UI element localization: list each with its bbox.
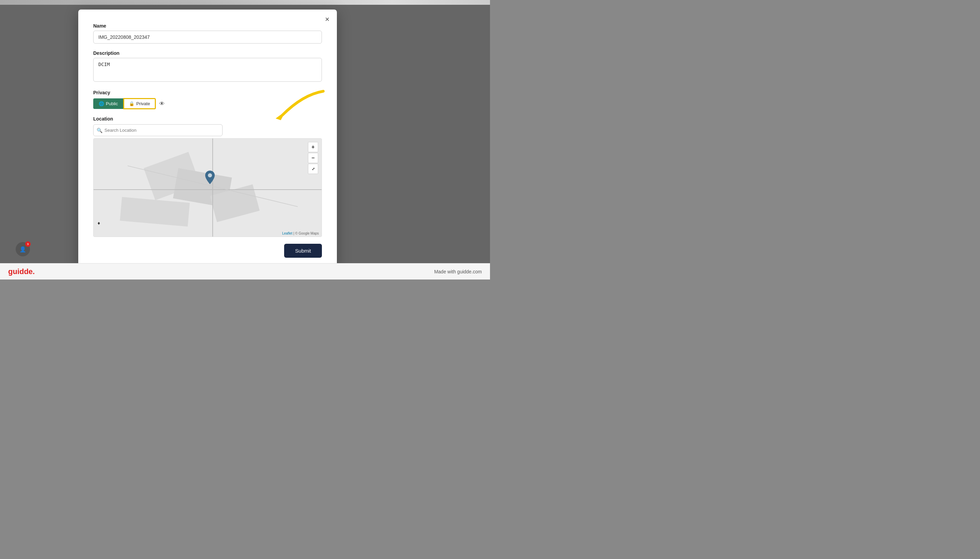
leaflet-link[interactable]: Leaflet (282, 232, 292, 235)
description-label: Description (93, 50, 322, 56)
google-maps-attribution: © Google Maps (295, 232, 319, 235)
map-background (94, 139, 322, 237)
map-attribution: Leaflet | © Google Maps (282, 232, 319, 235)
privacy-field-group: Privacy 🌐 Public 🔒 Private 👁 (93, 90, 322, 109)
made-with-text: Made with guidde.com (434, 269, 482, 275)
notification-count: 9 (25, 241, 31, 247)
private-button[interactable]: 🔒 Private (123, 98, 155, 109)
name-field-group: Name (93, 23, 322, 44)
public-button[interactable]: 🌐 Public (93, 98, 123, 109)
location-label: Location (93, 116, 322, 122)
description-field-group: Description DCIM (93, 50, 322, 83)
user-icon: 👤 (20, 246, 26, 253)
close-button[interactable]: × (325, 16, 329, 23)
location-search-input[interactable] (93, 124, 223, 136)
guidde-logo: guidde. (8, 267, 35, 276)
public-label: Public (106, 101, 118, 106)
background-strip (0, 0, 490, 5)
bottom-bar: guidde. Made with guidde.com (0, 263, 490, 280)
layer-icon[interactable]: ⬧ (97, 219, 101, 227)
logo-text: guidde. (8, 267, 35, 276)
map-container[interactable]: + − ⤢ ⬧ Leaflet | © Google Maps (93, 138, 322, 237)
name-input[interactable] (93, 31, 322, 44)
zoom-in-button[interactable]: + (308, 142, 318, 152)
lock-icon: 🔒 (129, 101, 134, 106)
svg-point-9 (208, 173, 212, 177)
search-icon: 🔍 (97, 128, 102, 133)
submit-button[interactable]: Submit (284, 244, 322, 258)
fullscreen-button[interactable]: ⤢ (308, 164, 318, 174)
eye-icon: 👁 (159, 101, 165, 107)
name-label: Name (93, 23, 322, 28)
privacy-row: 🌐 Public 🔒 Private 👁 (93, 98, 322, 109)
map-pin (205, 170, 215, 185)
privacy-label: Privacy (93, 90, 322, 95)
edit-modal: × Name Description DCIM Privacy 🌐 Public… (78, 10, 337, 270)
description-input[interactable]: DCIM (93, 58, 322, 82)
zoom-out-button[interactable]: − (308, 153, 318, 163)
location-field-group: Location 🔍 (93, 116, 322, 237)
notification-badge[interactable]: 👤 9 (16, 242, 30, 256)
map-controls: + − ⤢ (308, 142, 318, 174)
submit-row: Submit (93, 244, 322, 258)
private-label: Private (136, 101, 150, 106)
globe-icon: 🌐 (99, 101, 104, 106)
search-wrapper: 🔍 (93, 124, 322, 136)
